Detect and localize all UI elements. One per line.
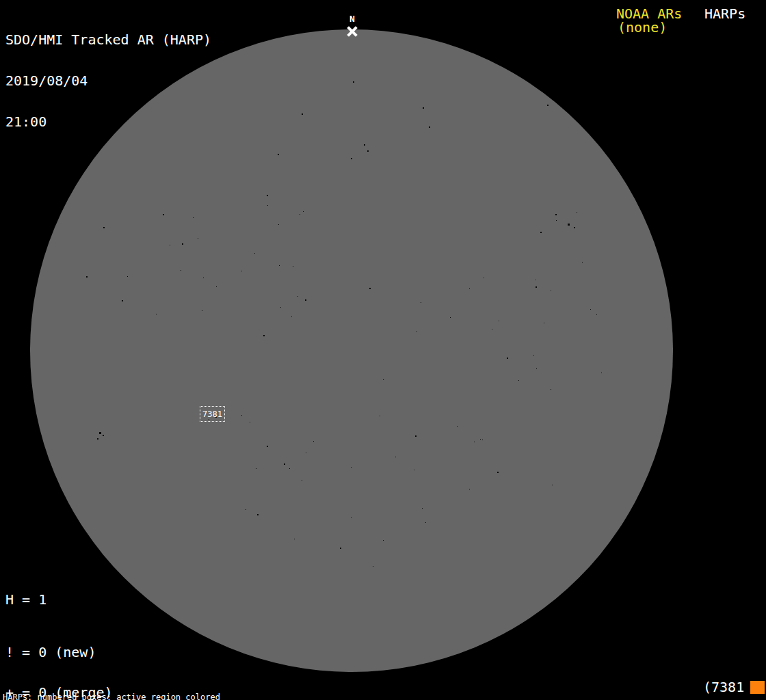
sunspot-speckle [127,276,128,277]
north-label: N [342,14,362,24]
sunspot-speckle [414,470,414,470]
sunspot-speckle [103,435,104,436]
sunspot-speckle [369,288,371,289]
harp-box: 7381 [200,406,225,422]
sunspot-speckle [415,435,417,437]
sunspot-speckle [86,276,88,278]
sunspot-speckle [568,224,570,226]
sunspot-speckle [450,317,451,318]
sunspot-speckle [289,468,290,469]
sunspot-speckle [198,238,198,239]
sunspot-speckle [246,509,246,510]
sunspot-speckle [263,335,265,336]
sunspot-speckle [351,158,352,159]
sunspot-speckle [306,453,306,453]
sunspot-speckle [203,278,204,278]
time-label: 21:00 [5,115,211,129]
sunspot-speckle [367,150,369,152]
sunspot-speckle [536,280,536,280]
sunspot-speckle [267,446,268,447]
sunspot-speckle [267,195,268,196]
sunspot-speckle [544,323,544,323]
sunspot-speckle [241,415,242,416]
sunspot-speckle [469,489,470,489]
counter-line-new: ! = 0 (new) [5,646,162,659]
sunspot-speckle [536,368,537,369]
sunspot-speckle [484,278,484,278]
sunspot-speckle [417,331,417,332]
sunspot-speckle [590,309,591,310]
sunspot-speckle [182,243,183,245]
sunspot-speckle [250,422,250,422]
sunspot-speckle [474,442,475,442]
sunspot-speckle [280,307,281,308]
sunspot-speckle [291,317,292,317]
sunspot-speckle [574,227,575,228]
sunspot-speckle [469,288,470,289]
harps-heading: HARPs [704,7,745,21]
sunspot-speckle [555,214,557,215]
sunspot-speckle [284,463,285,465]
footer-caption: HARPs: numbered boxes; active region col… [3,677,289,700]
sunspot-speckle [421,302,421,303]
sunspot-speckle [340,548,341,549]
sunspot-speckle [499,321,499,321]
sunspot-speckle [170,245,170,245]
sunspot-speckle [551,389,551,390]
sunspot-speckle [601,373,602,373]
sunspot-speckle [492,329,492,329]
sunspot-speckle [202,310,202,311]
sunspot-speckle [256,468,256,469]
sunspot-speckle [536,286,537,288]
sunspot-speckle [216,286,217,287]
sunspot-speckle [300,214,300,215]
sunspot-speckle [423,107,424,109]
app-title: SDO/HMI Tracked AR (HARP) [5,33,211,46]
sunspot-speckle [556,220,557,221]
sunspot-speckle [279,265,280,266]
sunspot-speckle [267,205,268,206]
harp-box-label: 7381 [202,410,222,418]
sunspot-speckle [533,355,534,356]
sunspot-speckle [181,270,181,271]
sunspot-speckle [540,232,542,233]
sunspot-speckle [257,514,259,515]
sunspot-speckle [122,300,123,301]
sunspot-speckle [547,105,549,106]
sunspot-speckle [163,214,164,215]
sunspot-speckle [577,212,577,213]
sunspot-speckle [241,271,242,271]
sunspot-speckle [313,441,314,442]
sunspot-speckle [103,227,105,228]
sunspot-speckle [305,299,306,301]
sunspot-speckle [303,211,304,212]
sunspot-speckle [293,266,293,267]
sunspot-speckle [380,416,380,416]
sunspot-speckle [480,439,481,440]
sunspot-speckle [582,262,583,262]
noaa-ars-value: (none) [618,21,667,34]
sunspot-speckle [552,485,553,485]
sunspot-speckle [353,81,354,83]
sunspot-speckle [596,314,597,315]
date-label: 2019/08/04 [5,74,211,88]
sunspot-speckle [497,472,499,473]
sunspot-speckle [156,314,157,314]
sunspot-speckle [99,432,101,434]
sunspot-speckle [518,380,519,381]
sunspot-speckle [383,540,384,541]
sunspot-speckle [364,144,365,146]
sunspot-speckle [373,566,373,567]
sunspot-speckle [254,253,255,254]
harp-color-swatch [750,681,765,694]
title-block: SDO/HMI Tracked AR (HARP) 2019/08/04 21:… [5,5,211,156]
sunspot-speckle [351,467,352,468]
sunspot-speckle [278,224,279,225]
sunspot-speckle [351,517,352,518]
sunspot-speckle [97,438,98,440]
footer-line-harps: HARPs: numbered boxes; active region col… [3,693,289,700]
sunspot-speckle [551,291,551,291]
sunspot-speckle [278,154,279,155]
sunspot-speckle [395,457,396,457]
sunspot-speckle [425,522,426,523]
